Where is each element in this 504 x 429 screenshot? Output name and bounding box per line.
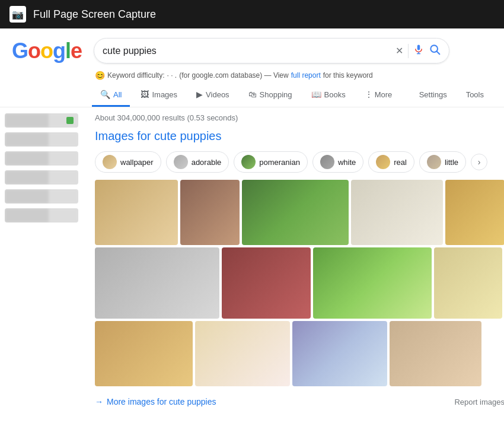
results-count: About 304,000,000 results (0.53 seconds) — [95, 113, 504, 122]
image-row-3 — [95, 321, 504, 386]
search-icon[interactable] — [429, 43, 441, 58]
chip-thumb-real — [376, 155, 390, 169]
search-bar: cute puppies ✕ — [94, 38, 449, 63]
image-11[interactable] — [195, 321, 290, 386]
keyword-suffix: for this keyword — [323, 71, 373, 80]
books-tab-icon: 📖 — [311, 90, 321, 99]
keyword-info: 😊 Keyword difficulty: · · . (for google.… — [95, 68, 504, 84]
tab-images-label: Images — [152, 90, 177, 99]
tab-books[interactable]: 📖 Books — [303, 84, 354, 107]
image-grid — [95, 180, 504, 386]
nav-tabs: 🔍 All 🖼 Images ▶ Videos 🛍 Shopping 📖 Boo… — [0, 84, 504, 107]
image-7[interactable] — [222, 247, 311, 319]
chip-thumb-white — [320, 155, 334, 169]
search-bar-wrapper: cute puppies ✕ — [94, 38, 449, 63]
chip-label-little: little — [445, 158, 458, 167]
image-8[interactable] — [313, 247, 432, 319]
camera-icon: 📷 — [9, 6, 26, 23]
chip-label-adorable: adorable — [192, 158, 222, 167]
image-9[interactable] — [434, 247, 502, 319]
sidebar-item-2 — [5, 132, 78, 147]
settings-tab[interactable]: Settings — [411, 84, 455, 107]
app-title: Full Page Screen Capture — [33, 8, 156, 21]
sidebar-item-5 — [5, 189, 78, 204]
tab-more-label: More — [375, 90, 393, 99]
tab-videos-label: Videos — [206, 90, 229, 99]
image-5[interactable] — [445, 180, 504, 245]
chip-adorable[interactable]: adorable — [166, 151, 229, 173]
chip-thumb-pomeranian — [241, 155, 256, 169]
tab-books-label: Books — [324, 90, 346, 99]
chip-next-arrow[interactable]: › — [471, 154, 487, 170]
dots: · · . — [167, 71, 177, 80]
arrow-icon: → — [95, 397, 103, 406]
google-logo: Google — [12, 39, 82, 63]
more-images-label: More images for cute puppies — [107, 397, 216, 406]
shopping-tab-icon: 🛍 — [248, 90, 257, 99]
image-6[interactable] — [95, 247, 219, 319]
chip-white[interactable]: white — [312, 151, 363, 173]
full-report-link[interactable]: full report — [291, 71, 321, 80]
image-1[interactable] — [95, 180, 178, 245]
sidebar — [0, 107, 83, 412]
image-13[interactable] — [390, 321, 481, 386]
chip-little[interactable]: little — [419, 151, 466, 173]
filter-chips: wallpaper adorable pomeranian white real… — [95, 151, 504, 173]
chip-label-real: real — [394, 158, 407, 167]
top-bar: 📷 Full Page Screen Capture — [0, 0, 504, 28]
image-row-2 — [95, 247, 504, 319]
svg-rect-0 — [417, 45, 420, 50]
sidebar-item-4 — [5, 170, 78, 185]
tab-all[interactable]: 🔍 All — [92, 84, 130, 107]
chip-real[interactable]: real — [368, 151, 414, 173]
image-4[interactable] — [351, 180, 443, 245]
mic-icon[interactable] — [413, 44, 424, 58]
search-input[interactable]: cute puppies — [103, 46, 391, 56]
main-content: About 304,000,000 results (0.53 seconds)… — [83, 107, 504, 412]
image-10[interactable] — [95, 321, 193, 386]
sidebar-green-dot — [66, 117, 74, 124]
chip-label-white: white — [338, 158, 356, 167]
images-tab-icon: 🖼 — [141, 90, 149, 99]
svg-line-4 — [437, 52, 440, 55]
sidebar-item-1 — [5, 113, 78, 128]
image-12[interactable] — [292, 321, 387, 386]
images-heading[interactable]: Images for cute puppies — [95, 129, 504, 143]
search-tab-icon: 🔍 — [100, 90, 110, 99]
keyword-db: (for google.com database) — View — [179, 71, 289, 80]
chip-thumb-little — [427, 155, 441, 169]
videos-tab-icon: ▶ — [196, 90, 203, 99]
tab-shopping-label: Shopping — [260, 90, 292, 99]
keyword-icon: 😊 — [95, 71, 105, 80]
more-images-row: → More images for cute puppies Report im… — [95, 392, 504, 406]
chip-thumb-adorable — [174, 155, 188, 169]
chip-pomeranian[interactable]: pomeranian — [234, 151, 308, 173]
google-header: Google cute puppies ✕ — [0, 28, 504, 68]
chip-wallpaper[interactable]: wallpaper — [95, 151, 161, 173]
nav-settings: Settings Tools — [411, 84, 492, 107]
tab-shopping[interactable]: 🛍 Shopping — [240, 84, 301, 107]
settings-label: Settings — [419, 90, 447, 99]
tab-images[interactable]: 🖼 Images — [132, 84, 186, 107]
image-2[interactable] — [180, 180, 240, 245]
more-tab-icon: ⋮ — [365, 90, 373, 99]
more-images-link[interactable]: → More images for cute puppies — [95, 397, 216, 406]
chip-thumb-wallpaper — [103, 155, 117, 169]
tab-videos[interactable]: ▶ Videos — [188, 84, 238, 107]
image-row-1 — [95, 180, 504, 245]
tab-all-label: All — [113, 90, 122, 99]
divider — [408, 44, 409, 58]
tools-label: Tools — [466, 90, 484, 99]
clear-icon[interactable]: ✕ — [395, 45, 403, 56]
tab-more[interactable]: ⋮ More — [356, 84, 401, 107]
sidebar-item-6 — [5, 208, 78, 223]
main-layout: About 304,000,000 results (0.53 seconds)… — [0, 107, 504, 412]
chip-label-pomeranian: pomeranian — [259, 158, 300, 167]
tools-tab[interactable]: Tools — [458, 84, 492, 107]
report-images[interactable]: Report images — [454, 398, 504, 406]
sidebar-item-3 — [5, 151, 78, 166]
chip-label-wallpaper: wallpaper — [120, 158, 154, 167]
keyword-label: Keyword difficulty: — [107, 71, 165, 80]
image-3[interactable] — [242, 180, 349, 245]
